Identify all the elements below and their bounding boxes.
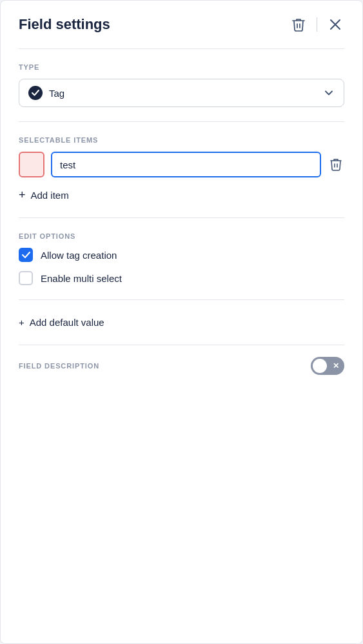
selectable-items-section: SELECTABLE ITEMS + Add item [1,122,362,217]
enable-multi-select-label: Enable multi select [41,273,122,284]
tag-check-icon [28,86,43,100]
chevron-down-icon [323,87,335,99]
check-icon [22,252,30,258]
header-divider [317,17,317,32]
type-select[interactable]: Tag [19,79,344,107]
color-swatch[interactable] [19,152,44,177]
type-value: Tag [49,88,323,99]
item-row [19,152,344,177]
allow-tag-creation-checkbox[interactable] [19,248,33,262]
selectable-items-label: SELECTABLE ITEMS [19,136,344,144]
close-button[interactable] [326,15,344,34]
panel-header: Field settings [1,1,362,48]
field-description-row: FIELD DESCRIPTION ✕ [1,345,362,387]
plus-icon: + [19,189,26,201]
allow-tag-creation-row: Allow tag creation [19,248,344,262]
field-description-label: FIELD DESCRIPTION [19,362,99,370]
field-settings-panel: Field settings TYPE Tag [0,0,363,644]
delete-button[interactable] [289,15,308,34]
enable-multi-select-row: Enable multi select [19,271,344,285]
add-item-label: Add item [31,190,69,201]
toggle-knob [313,359,327,373]
trash-icon [292,17,305,32]
type-section: TYPE Tag [1,49,362,121]
add-default-label: Add default value [30,317,104,328]
enable-multi-select-checkbox[interactable] [19,271,33,285]
add-default-button[interactable]: + Add default value [19,314,104,330]
trash-icon-small [330,158,342,171]
type-label: TYPE [19,63,344,71]
field-description-toggle[interactable]: ✕ [311,357,344,375]
plus-icon-default: + [19,317,25,328]
add-item-button[interactable]: + Add item [19,186,69,203]
edit-options-section: EDIT OPTIONS Allow tag creation Enable m… [1,218,362,299]
edit-options-label: EDIT OPTIONS [19,232,344,240]
toggle-x-icon: ✕ [333,361,339,370]
header-actions [289,15,344,34]
close-icon [329,18,342,31]
add-default-section: + Add default value [1,300,362,345]
item-delete-button[interactable] [328,156,344,174]
allow-tag-creation-label: Allow tag creation [41,250,117,261]
panel-title: Field settings [19,16,110,33]
item-input[interactable] [51,152,321,177]
